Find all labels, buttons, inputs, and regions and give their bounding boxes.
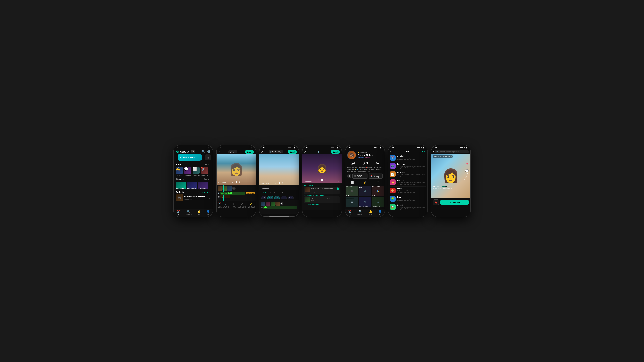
grid-video-2[interactable]: 📹 PRO [358,186,371,196]
grid-video-4[interactable]: 🤖 NEO HUMAN [346,197,358,207]
resolution-button[interactable]: 1080p ▾ [228,150,237,153]
audio-track-3[interactable] [263,206,297,209]
nav-edit-2[interactable]: ✂️Edit [218,202,222,208]
discovery-item-2[interactable]: Back in the 90s [187,182,197,189]
effect-pill-1[interactable]: 3.0 [261,196,266,199]
effect-pill-2[interactable]: 0.5× [267,196,273,199]
nav-stickers-2[interactable]: ⏱Stickers [238,202,246,208]
tool-cutout[interactable]: 🖼️ Cutout Tool's short description, tool… [390,203,426,211]
close-button-4[interactable]: ✕ [304,150,306,154]
follow-button[interactable]: + [347,174,351,178]
nav-me-5[interactable]: 👤 Me [378,210,382,215]
tool-resize-video[interactable]: ⬜ Resize video [192,167,200,176]
list-icon[interactable]: ≡ [209,191,210,193]
pause-button-2[interactable]: ⏸ [235,180,238,184]
nav-discovery-5[interactable]: 🔍 Discovery [358,210,363,215]
tool-autocut[interactable]: ✂️ AutoCut Tool's short description, too… [390,154,426,162]
nav-edit[interactable]: ✂️ Edit [176,210,180,215]
tool-filters[interactable]: 🎨 Filters Tool's short description, tool… [390,187,426,195]
nav-grid[interactable]: ⬜ [350,181,354,184]
tool-prompter[interactable]: 📺 Prompter Tool's short description, too… [390,162,426,170]
tool-auto-caption[interactable]: 💬 Auto caption [184,167,191,176]
expand-icon-2[interactable]: ⛶ [252,181,254,184]
export-button-3[interactable]: Export [288,150,297,153]
save-template-button[interactable]: 🔖 [433,199,439,205]
follow-button-template[interactable]: Follow [442,186,448,187]
tab-filter[interactable]: Filter [273,191,276,194]
script-settings-icon[interactable]: ⚙️ [318,151,320,153]
nav-edit-5[interactable]: ✂️ Edit [348,210,352,215]
back-button-6[interactable]: ‹ [390,150,391,153]
nav-me[interactable]: 👤 Me [206,210,210,215]
audio-track-2[interactable]: Great music [220,192,245,195]
discovery-item-1[interactable]: Summer Vibes [176,182,186,189]
camera-button[interactable]: 📷 [205,154,211,160]
grid-video-6[interactable]: 🎼 It's Me Against Me [372,197,384,207]
nav-featured[interactable]: 🎓 [364,181,367,184]
tool-remove-bg[interactable]: ✂️ Remove bg [201,167,208,176]
nav-text-2[interactable]: TText [231,202,236,208]
remakes-icon: ↺ [465,176,468,179]
tool-ai-writer[interactable]: ✍️ AI Writer [176,167,183,176]
pause-button-4[interactable]: ⏸ [321,179,323,182]
back-button-7[interactable]: ‹ [433,150,434,153]
effect-pill-3[interactable]: 4.3× [281,196,287,199]
new-project-button[interactable]: + New Project [178,154,202,161]
video-track-2[interactable]: Video [220,195,230,198]
nav-discovery[interactable]: 🔍 Discovery [186,210,192,215]
tab-effect[interactable]: Effect [278,191,283,194]
script-item-1[interactable]: Show the pain points like an attack of a… [304,187,340,194]
rewind-3[interactable]: ↺ [275,182,276,184]
expand-icon-3[interactable]: ⛶ [295,182,297,184]
tab-video[interactable]: Video [262,191,266,194]
use-template-button[interactable]: Use template [440,200,469,205]
header-icons[interactable]: 🔍 ⚙️ [202,150,210,153]
template-search-bar[interactable]: 🔍 Search for templates you like [435,150,469,153]
grid-video-1[interactable]: 🎬 70.9k ライフスタイル [346,186,358,196]
export-button-4[interactable]: Export [330,150,340,153]
add-track-button[interactable]: + [232,187,236,190]
forward-icon[interactable]: ↻ [239,181,240,183]
more-options-icon[interactable]: ⋮ [208,196,211,199]
settings-icon[interactable]: ⚙️ [207,150,210,153]
close-button-2[interactable]: ✕ [218,150,221,154]
timeline-2[interactable]: + 🔊 Great music [216,185,256,201]
nav-alerts-5[interactable]: 🔔 Alerts [369,210,372,215]
export-button-2[interactable]: Export [245,150,254,153]
timeline-3[interactable]: + 🔊 [260,200,299,214]
effect-pill-4[interactable]: 0.5× [288,196,294,199]
rewind-4[interactable]: ↺ [318,179,319,182]
nav-help[interactable]: 🔔 Help [198,210,201,215]
creator-center-button[interactable]: 🎬 Creator Center [352,173,368,179]
forward-3[interactable]: ↻ [282,182,284,184]
project-row[interactable]: 🎮 How Gaming Be branding 2023.12.10 20:1… [174,194,213,201]
pause-button-3[interactable]: ⏸ [278,181,280,184]
sort-button[interactable]: Sort [422,150,426,153]
tool-puzzle[interactable]: 🧩 Puzzle Tool's short description, tool'… [390,195,426,203]
for-tonight-tag[interactable]: 🎵 For Tonight ⇄ [268,150,283,153]
tools-see-all[interactable]: See All › [204,164,210,165]
nav-effects-2[interactable]: ✨Effects [248,202,255,208]
add-clip-button[interactable]: + [280,202,283,205]
discovery-see-all[interactable]: See All › [204,178,210,180]
expand-icon-4[interactable]: ⛶ [338,179,340,182]
forward-4[interactable]: ↻ [325,179,326,182]
my-learning-button[interactable]: 📚 My Learning [369,173,382,179]
tab-text[interactable]: Text [268,191,271,194]
close-button-3[interactable]: ✕ [261,150,264,154]
tool-retouch[interactable]: ✨ Retouch Tool's short description, tool… [390,178,426,187]
search-icon[interactable]: 🔍 [202,150,205,153]
progress-bar-3[interactable] [261,190,297,190]
grid-video-3[interactable]: 🎭 OFFICIEL HOMME 70.9k [372,186,384,196]
status-bar-7: 9:41 ●●● ▲ ▮ [431,145,470,149]
effect-pill-edit[interactable]: Edit [274,196,280,199]
tool-adscript[interactable]: 📝 Ad script Tool's short description, to… [390,170,426,178]
script-item-2[interactable]: Try on your product and display the effe… [304,196,340,203]
discovery-item-3[interactable]: Video colla... [198,182,208,189]
grid-video-5[interactable]: 🎵 Story's Start On End [358,197,371,207]
nav-liked[interactable]: ♡ [377,181,380,184]
rewind-icon[interactable]: ↺ [232,181,234,183]
nav-audio-2[interactable]: 🎵Audio [224,202,230,208]
signal-4: ●●● [331,147,334,149]
time-scrubber-3[interactable]: 00:09 / 00:22 [260,186,299,190]
